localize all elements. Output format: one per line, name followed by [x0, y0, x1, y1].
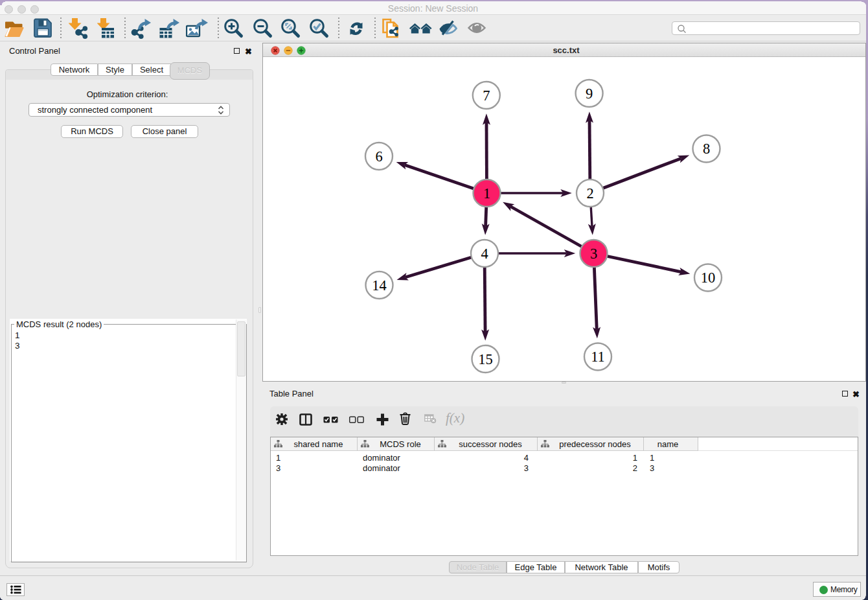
svg-text:14: 14 [372, 277, 387, 294]
svg-text:9: 9 [586, 86, 593, 102]
svg-text:4: 4 [481, 246, 488, 262]
svg-text:11: 11 [591, 349, 605, 365]
svg-text:1: 1 [483, 185, 490, 202]
svg-text:3: 3 [590, 246, 597, 262]
svg-text:6: 6 [375, 148, 382, 165]
svg-text:7: 7 [483, 87, 490, 104]
svg-text:15: 15 [478, 351, 493, 367]
svg-text:8: 8 [703, 141, 710, 157]
svg-text:10: 10 [701, 270, 716, 286]
svg-text:2: 2 [586, 185, 593, 202]
